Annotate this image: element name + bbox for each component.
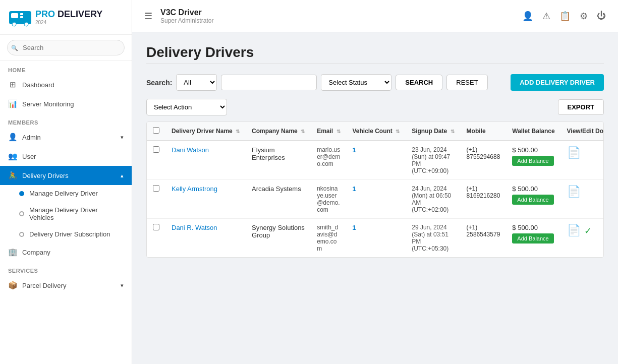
- topbar-title: V3C Driver: [160, 8, 213, 17]
- company-name-cell: Arcadia Systems: [246, 180, 311, 219]
- driver-name-link[interactable]: Dani Watson: [172, 146, 209, 154]
- sidebar-subitem-manage-vehicles[interactable]: Manage Delivery Driver Vehicles: [0, 202, 132, 226]
- sidebar-item-dashboard[interactable]: ⊞ Dashboard: [0, 75, 132, 94]
- add-delivery-driver-button[interactable]: ADD DELIVERY DRIVER: [511, 74, 604, 91]
- vehicle-count-link[interactable]: 1: [353, 185, 356, 193]
- chevron-down-icon: ▾: [121, 134, 124, 141]
- driver-name-link[interactable]: Dani R. Watson: [172, 224, 217, 231]
- document-icon[interactable]: 📄: [567, 185, 581, 198]
- row-checkbox[interactable]: [153, 185, 159, 192]
- search-text-input[interactable]: [221, 75, 317, 90]
- driver-name-link[interactable]: Kelly Armstrong: [172, 185, 217, 193]
- col-mobile: Mobile: [461, 122, 507, 141]
- sidebar-item-parcel-delivery[interactable]: 📦 Parcel Delivery ▾: [0, 276, 132, 295]
- sidebar-item-label: Parcel Delivery: [22, 282, 66, 289]
- wallet-balance-cell: $ 500.00 Add Balance: [506, 141, 560, 180]
- signup-date-cell: 24 Jun, 2024 (Mon) at 06:50 AM (UTC:+02:…: [406, 180, 460, 219]
- view-edit-doc-cell: 📄: [561, 180, 604, 219]
- svg-rect-1: [11, 13, 18, 18]
- row-checkbox[interactable]: [153, 224, 159, 230]
- doc-verified-checkmark: ✓: [584, 226, 592, 236]
- action-select[interactable]: Select Action Delete Activate Deactivate: [146, 99, 227, 115]
- col-name: Delivery Driver Name ⇅: [165, 122, 246, 141]
- svg-rect-2: [20, 13, 23, 15]
- email-cell: mario.user@demo.com: [311, 141, 346, 180]
- alert-triangle-icon[interactable]: ⚠: [542, 11, 550, 22]
- sidebar-item-user[interactable]: 👥 User: [0, 147, 132, 166]
- add-balance-button[interactable]: Add Balance: [512, 195, 553, 205]
- sidebar-item-label: Admin: [22, 134, 41, 141]
- row-checkbox[interactable]: [153, 146, 159, 153]
- topbar: ☰ V3C Driver Super Administrator 👤 ⚠ 📋 ⚙…: [132, 0, 618, 32]
- parcel-icon: 📦: [8, 281, 17, 290]
- mobile-cell: (+1) 2586543579: [461, 219, 507, 258]
- sidebar-subitem-subscription[interactable]: Delivery Driver Subscription: [0, 226, 132, 242]
- sidebar-item-server-monitoring[interactable]: 📊 Server Monitoring: [0, 94, 132, 113]
- vehicle-count-link[interactable]: 1: [353, 146, 356, 154]
- signup-date-cell: 29 Jun, 2024 (Sat) at 03:51 PM (UTC:+05:…: [406, 219, 460, 258]
- document-icon[interactable]: 📄: [567, 224, 581, 236]
- sidebar-item-label: Dashboard: [22, 81, 54, 89]
- sidebar-item-label: Company: [22, 249, 50, 256]
- sidebar-subitem-label: Manage Delivery Driver Vehicles: [29, 206, 124, 221]
- signup-date-cell: 23 Jun, 2024 (Sun) at 09:47 PM (UTC:+09:…: [406, 141, 460, 180]
- user-profile-icon[interactable]: 👤: [522, 11, 533, 22]
- svg-rect-3: [20, 16, 23, 18]
- hamburger-menu-icon[interactable]: ☰: [144, 11, 152, 22]
- wallet-balance-cell: $ 500.00 Add Balance: [506, 219, 560, 258]
- sidebar-item-label: Server Monitoring: [22, 100, 74, 108]
- table-row: Dani Watson Elysium Enterprises mario.us…: [147, 141, 604, 180]
- drivers-table-container: Delivery Driver Name ⇅ Company Name ⇅ Em…: [146, 122, 604, 258]
- search-input[interactable]: [7, 40, 125, 55]
- table-row: Kelly Armstrong Arcadia Systems nkosinay…: [147, 180, 604, 219]
- balance-amount: $ 500.00: [512, 146, 554, 154]
- bullet-icon: [19, 191, 24, 196]
- row-check-cell: [147, 141, 165, 180]
- sort-icon: ⇅: [396, 129, 400, 134]
- topbar-subtitle: Super Administrator: [160, 17, 213, 24]
- svg-point-4: [12, 22, 16, 26]
- search-bar: Search: All Name Email Mobile Select Sta…: [146, 74, 604, 91]
- sidebar-search-box: [0, 35, 132, 61]
- nav-section-services: SERVICES: [0, 262, 132, 276]
- search-filter-select[interactable]: All Name Email Mobile: [176, 74, 217, 91]
- company-name-cell: Elysium Enterprises: [246, 141, 311, 180]
- sidebar-subitem-manage-delivery-driver[interactable]: Manage Delivery Driver: [0, 185, 132, 202]
- table-row: Dani R. Watson Synergy Solutions Group s…: [147, 219, 604, 258]
- status-select[interactable]: Select Status Active Inactive: [321, 74, 391, 91]
- reset-button[interactable]: RESET: [446, 75, 487, 90]
- view-edit-doc-cell: 📄: [561, 141, 604, 180]
- mobile-cell: (+1) 8755294688: [461, 141, 507, 180]
- export-button[interactable]: EXPORT: [558, 99, 604, 115]
- admin-icon: 👤: [8, 133, 17, 142]
- vehicle-count-link[interactable]: 1: [353, 224, 356, 231]
- delivery-driver-icon: 🚴: [8, 171, 17, 180]
- logo-brand: PRO DELIVERY: [35, 9, 102, 20]
- add-balance-button[interactable]: Add Balance: [512, 233, 553, 244]
- search-label: Search:: [146, 79, 172, 87]
- sidebar-subitem-label: Manage Delivery Driver: [29, 190, 98, 197]
- col-wallet-balance: Wallet Balance: [506, 122, 560, 141]
- topbar-icons: 👤 ⚠ 📋 ⚙ ⏻: [522, 11, 606, 22]
- vehicle-count-cell: 1: [347, 141, 406, 180]
- svg-point-5: [24, 22, 28, 26]
- add-balance-button[interactable]: Add Balance: [512, 156, 553, 166]
- document-icon[interactable]: 📄: [567, 146, 581, 159]
- driver-name-cell: Dani R. Watson: [165, 219, 246, 258]
- page-title: Delivery Drivers: [146, 44, 604, 60]
- sort-icon: ⇅: [301, 129, 305, 134]
- sidebar-item-company[interactable]: 🏢 Company: [0, 242, 132, 262]
- sidebar-item-label: User: [22, 153, 36, 160]
- sidebar-item-admin[interactable]: 👤 Admin ▾: [0, 128, 132, 147]
- sidebar-item-delivery-drivers[interactable]: 🚴 Delivery Drivers ▴: [0, 166, 132, 185]
- document-icon[interactable]: 📋: [559, 11, 571, 22]
- sort-icon: ⇅: [336, 129, 341, 134]
- power-icon[interactable]: ⏻: [597, 11, 606, 21]
- company-name-cell: Synergy Solutions Group: [246, 219, 311, 258]
- settings-gear-icon[interactable]: ⚙: [580, 11, 588, 22]
- select-all-checkbox[interactable]: [153, 127, 159, 134]
- server-icon: 📊: [8, 99, 17, 108]
- driver-name-cell: Kelly Armstrong: [165, 180, 246, 219]
- search-button[interactable]: SEARCH: [396, 75, 442, 90]
- action-row: Select Action Delete Activate Deactivate…: [146, 99, 604, 115]
